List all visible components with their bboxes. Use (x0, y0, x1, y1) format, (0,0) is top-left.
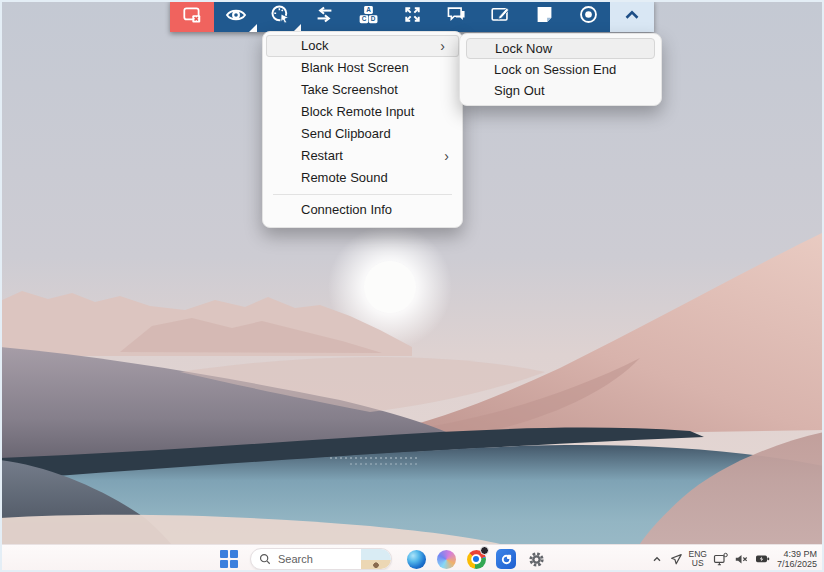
menu-item-remote-sound[interactable]: Remote Sound (263, 167, 462, 189)
disconnect-session-icon (181, 4, 203, 29)
hidden-icons-chevron[interactable] (651, 553, 663, 565)
battery-icon[interactable] (755, 552, 771, 566)
menu-item-label: Remote Sound (301, 170, 388, 185)
copilot-icon (437, 550, 456, 569)
clock-date: 7/16/2025 (777, 559, 817, 569)
system-tray: ENG US (651, 545, 820, 572)
keyboard-mapping-button[interactable]: A C D (346, 0, 390, 32)
menu-item-block-remote-input[interactable]: Block Remote Input (263, 101, 462, 123)
submenu-chevron-icon: › (444, 145, 449, 167)
search-placeholder: Search (278, 553, 361, 565)
edge-icon (407, 550, 426, 569)
submenu-item-sign-out[interactable]: Sign Out (466, 80, 655, 101)
taskbar-center-group: Search (216, 545, 551, 572)
chat-bubbles-icon (445, 3, 468, 29)
collapse-toolbar-button[interactable] (610, 0, 654, 32)
menu-separator (273, 194, 452, 195)
lock-submenu: Lock Now Lock on Session End Sign Out (459, 33, 662, 106)
menu-item-label: Blank Host Screen (301, 60, 409, 75)
search-input[interactable]: Search (250, 548, 392, 570)
record-icon (577, 3, 600, 29)
chevron-up-icon (621, 4, 643, 29)
submenu-item-lock-on-session-end[interactable]: Lock on Session End (466, 59, 655, 80)
eye-icon (224, 3, 248, 30)
submenu-item-label: Lock on Session End (494, 62, 616, 77)
menu-item-restart[interactable]: Restart › (263, 145, 462, 167)
display-cast-icon[interactable] (713, 552, 728, 567)
start-button[interactable] (216, 547, 242, 571)
language-indicator[interactable]: ENG US (689, 550, 707, 568)
file-transfer-button[interactable] (302, 0, 346, 32)
settings-gear-icon (527, 550, 546, 569)
remote-control-icon (269, 3, 292, 29)
remote-app-icon (496, 549, 516, 569)
taskbar-app-edge[interactable] (401, 545, 431, 572)
notes-button[interactable] (522, 0, 566, 32)
submenu-item-label: Sign Out (494, 83, 545, 98)
fullscreen-button[interactable] (390, 0, 434, 32)
letter-blocks-icon: A C D (357, 3, 380, 29)
language-line2: US (692, 558, 704, 568)
volume-muted-icon[interactable] (734, 552, 749, 567)
taskbar-app-settings[interactable] (521, 545, 551, 572)
menu-item-label: Connection Info (301, 202, 392, 217)
record-button[interactable] (566, 0, 610, 32)
menu-item-lock[interactable]: Lock › (266, 35, 459, 57)
session-dropdown-menu: Lock › Blank Host Screen Take Screenshot… (262, 31, 463, 228)
menu-item-label: Block Remote Input (301, 104, 414, 119)
annotate-button[interactable] (478, 0, 522, 32)
chat-button[interactable] (434, 0, 478, 32)
svg-text:C: C (361, 15, 366, 22)
windows-taskbar: Search (0, 544, 824, 572)
clock[interactable]: 4:39 PM 7/16/2025 (777, 549, 820, 570)
menu-item-label: Restart (301, 148, 343, 163)
chrome-profile-avatar (480, 546, 489, 555)
search-highlight-image (361, 548, 391, 570)
taskbar-app-copilot[interactable] (431, 545, 461, 572)
taskbar-app-remote[interactable] (491, 545, 521, 572)
menu-item-label: Send Clipboard (301, 126, 391, 141)
remote-desktop-screen: A C D (0, 0, 824, 572)
menu-item-take-screenshot[interactable]: Take Screenshot (263, 79, 462, 101)
submenu-item-label: Lock Now (495, 41, 552, 56)
menu-item-send-clipboard[interactable]: Send Clipboard (263, 123, 462, 145)
disconnect-session-button[interactable] (170, 0, 214, 32)
menu-item-blank-host-screen[interactable]: Blank Host Screen (263, 57, 462, 79)
whiteboard-pen-icon (489, 3, 512, 29)
remote-control-button[interactable] (258, 0, 302, 32)
clock-time: 4:39 PM (783, 549, 817, 559)
submenu-item-lock-now[interactable]: Lock Now (466, 38, 655, 59)
location-arrow-icon[interactable] (669, 552, 683, 566)
menu-item-label: Lock (301, 38, 328, 53)
fullscreen-expand-icon (401, 3, 424, 29)
remote-session-toolbar: A C D (170, 0, 654, 32)
pinned-apps (401, 545, 551, 572)
taskbar-app-chrome[interactable] (461, 545, 491, 572)
menu-item-label: Take Screenshot (301, 82, 398, 97)
menu-item-connection-info[interactable]: Connection Info (263, 199, 462, 221)
transfer-arrows-icon (313, 3, 336, 29)
note-page-icon (533, 3, 556, 29)
dropdown-notch (249, 24, 257, 32)
svg-text:D: D (370, 15, 375, 22)
svg-text:A: A (366, 6, 371, 13)
search-icon (259, 553, 271, 565)
windows-logo-icon (220, 550, 238, 568)
view-options-button[interactable] (214, 0, 258, 32)
submenu-chevron-icon: › (440, 36, 445, 56)
